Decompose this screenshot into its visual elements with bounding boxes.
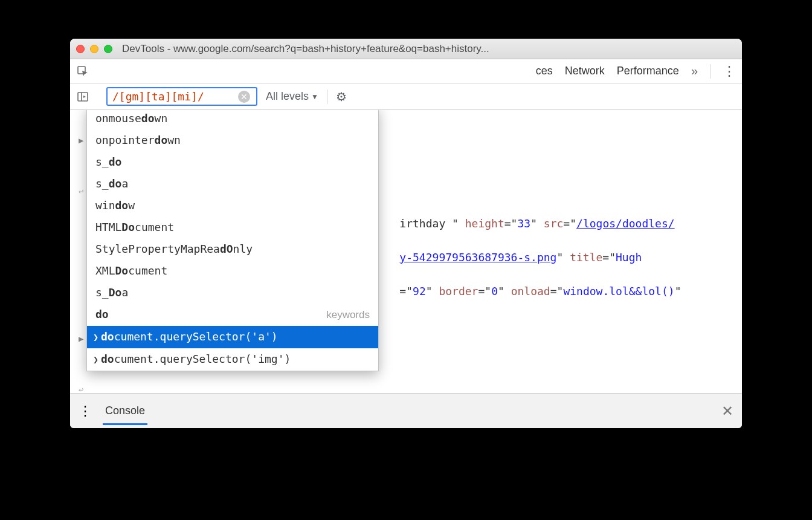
drawer-close-icon[interactable]: ✕ [721,403,733,420]
window-title: DevTools - www.google.com/search?q=bash+… [122,43,489,55]
console-body[interactable]: onmousedown onpointerdown s_do s_doa win… [70,110,742,393]
tab-performance[interactable]: Performance [617,65,679,77]
kebab-menu-icon[interactable]: ⋮ [723,63,736,79]
expand-icon[interactable]: ▶ [79,330,83,347]
svg-marker-3 [83,96,86,98]
minimize-window-button[interactable] [90,45,98,53]
history-chevron-icon: ❯ [93,329,98,346]
console-filter-bar: ✕ All levels ▼ ⚙ [70,83,742,110]
ac-history-item[interactable]: ❯document.querySelector('a') [87,326,378,348]
console-settings-gear-icon[interactable]: ⚙ [336,89,347,104]
ac-item[interactable]: XMLDocument [87,260,378,282]
drawer: ⋮ Console ✕ [70,393,742,428]
zoom-window-button[interactable] [104,45,112,53]
ac-item[interactable]: HTMLDocument [87,216,378,238]
ac-item[interactable]: onmousedown [87,110,378,129]
drawer-tab-console[interactable]: Console [103,397,147,425]
separator [327,89,327,104]
separator [710,64,710,79]
panel-tabs: ces Network Performance » ⋮ [70,59,742,83]
console-sidebar-toggle-icon[interactable] [76,90,89,103]
autocomplete-popup: onmousedown onpointerdown s_do s_doa win… [86,110,379,371]
ac-item[interactable]: s_Doa [87,282,378,304]
ac-item[interactable]: window [87,195,378,216]
clear-filter-icon[interactable]: ✕ [238,91,250,103]
log-levels-label: All levels [266,90,309,103]
return-icon: ↩ [79,183,83,200]
close-window-button[interactable] [76,45,85,53]
expand-icon[interactable]: ▶ [79,132,83,149]
ac-history-item[interactable]: ❯document.querySelector('img') [87,348,378,371]
ac-item[interactable]: s_do [87,151,378,173]
tab-overflow-icon[interactable]: » [691,64,698,78]
log-levels-dropdown[interactable]: All levels ▼ [266,90,318,103]
tab-sources-partial[interactable]: ces [536,65,553,77]
filter-input-container: ✕ [106,87,257,106]
ac-item[interactable]: s_doa [87,173,378,195]
drawer-menu-icon[interactable]: ⋮ [79,403,92,419]
svg-rect-1 [78,93,88,101]
return-icon: ↩ [79,381,83,393]
ac-hint: keywords [326,307,370,323]
tab-network[interactable]: Network [565,65,605,77]
history-chevron-icon: ❯ [93,351,98,368]
inspect-element-icon[interactable] [76,65,89,78]
chevron-down-icon: ▼ [311,93,318,101]
filter-input[interactable] [112,90,233,103]
traffic-lights [76,45,112,53]
devtools-window: DevTools - www.google.com/search?q=bash+… [70,39,742,428]
ac-item[interactable]: dokeywords [87,304,378,326]
console-log-row[interactable]: ↩ XXXXXXXXXXXXXXXXXXXXXXXXXXXXXXXXXXXXXX… [92,380,731,393]
titlebar: DevTools - www.google.com/search?q=bash+… [70,39,742,59]
ac-item[interactable]: StylePropertyMapReadOnly [87,238,378,260]
ac-item[interactable]: onpointerdown [87,129,378,151]
